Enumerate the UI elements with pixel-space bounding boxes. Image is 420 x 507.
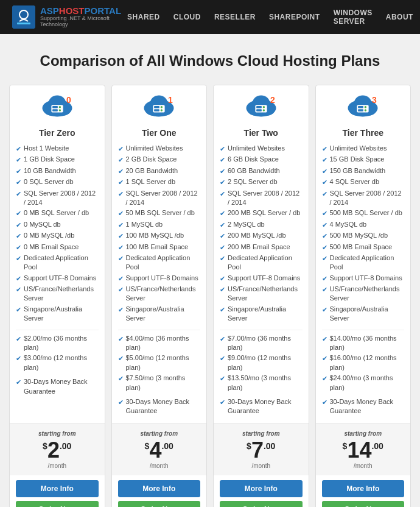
feature-item: ✔ 500 MB SQL Server / db	[322, 208, 405, 218]
feature-item: ✔ 1 GB Disk Space	[16, 155, 99, 165]
plan-icon-area: 2	[220, 93, 303, 123]
plan-name: Tier Zero	[16, 128, 99, 138]
feature-text: US/France/Netherlands Server	[330, 285, 405, 303]
feature-text: 500 MB MySQL /db	[330, 231, 388, 240]
feature-text: 200 MB Email Space	[228, 243, 290, 252]
pricing-item: ✔ $7.00/mo (36 months plan)	[220, 334, 303, 353]
feature-text: Support UTF-8 Domains	[330, 274, 402, 283]
check-icon: ✔	[220, 232, 225, 241]
check-icon: ✔	[220, 374, 225, 383]
pricing-item: ✔ $14.00/mo (36 months plan)	[322, 334, 405, 353]
plan-buttons: More Info Order Now	[112, 475, 207, 507]
check-icon: ✔	[118, 178, 124, 187]
feature-text: US/France/Netherlands Server	[24, 285, 99, 303]
more-info-button[interactable]: More Info	[220, 480, 303, 497]
feature-item: ✔ 0 MySQL db	[16, 220, 99, 230]
price-display: $ 7 .00	[220, 439, 303, 461]
feature-text: 4 SQL Server db	[330, 177, 380, 186]
feature-item: ✔ Host 1 Website	[16, 144, 99, 154]
more-info-button[interactable]: More Info	[118, 480, 201, 497]
price-dollar: $	[343, 442, 348, 450]
feature-text: Singapore/Australia Server	[126, 305, 201, 324]
pricing-text: $13.50/mo (3 months plan)	[228, 374, 303, 392]
order-now-button[interactable]: Order Now	[322, 501, 405, 507]
feature-item: ✔ 200 MB SQL Server / db	[220, 208, 303, 218]
nav-reseller[interactable]: RESELLER	[208, 9, 262, 25]
feature-item: ✔ Support UTF-8 Domains	[220, 274, 303, 283]
more-info-button[interactable]: More Info	[16, 480, 99, 497]
starting-from-label: starting from	[118, 430, 201, 437]
check-icon: ✔	[322, 305, 327, 314]
nav-windows-server[interactable]: WINDOWS SERVER	[327, 5, 379, 29]
divider	[16, 330, 99, 330]
check-icon: ✔	[118, 221, 124, 230]
more-info-button[interactable]: More Info	[322, 480, 405, 497]
check-icon: ✔	[220, 305, 225, 314]
check-icon: ✔	[322, 209, 327, 218]
pricing-item: ✔ $24.00/mo (3 months plan)	[322, 374, 405, 392]
page-title: Comparison of All Windows Cloud Hosting …	[9, 52, 411, 69]
feature-item: ✔ Dedicated Application Pool	[220, 254, 303, 272]
features-list: ✔ Unlimited Websites ✔ 6 GB Disk Space ✔…	[220, 144, 303, 324]
feature-item: ✔ Unlimited Websites	[220, 144, 303, 154]
feature-item: ✔ Dedicated Application Pool	[322, 254, 405, 272]
order-now-button[interactable]: Order Now	[16, 501, 99, 507]
check-icon: ✔	[322, 221, 327, 230]
features-list: ✔ Unlimited Websites ✔ 15 GB Disk Space …	[322, 144, 405, 324]
site-header: ASPHOSTPORTAL Supporting .NET & Microsof…	[0, 0, 420, 34]
feature-item: ✔ 6 GB Disk Space	[220, 155, 303, 165]
feature-text: Support UTF-8 Domains	[24, 274, 96, 283]
feature-text: 50 MB SQL Server / db	[126, 208, 195, 218]
nav-about[interactable]: ABOUT	[380, 9, 419, 25]
svg-text:3: 3	[372, 95, 377, 105]
brand-name: ASPHOSTPORTAL	[40, 6, 121, 16]
feature-item: ✔ 200 MB Email Space	[220, 243, 303, 252]
money-back: ✔ 30-Days Money Back Guarantee	[220, 397, 303, 416]
nav-shared[interactable]: SHARED	[121, 9, 166, 25]
check-icon: ✔	[118, 354, 124, 363]
order-now-button[interactable]: Order Now	[118, 501, 201, 507]
divider	[220, 330, 303, 330]
nav-cloud[interactable]: CLOUD	[167, 9, 207, 25]
price-main: 4	[149, 439, 161, 461]
feature-item: ✔ Singapore/Australia Server	[220, 305, 303, 324]
feature-item: ✔ US/France/Netherlands Server	[118, 285, 201, 303]
feature-text: SQL Server 2008 / 2012 / 2014	[330, 189, 405, 208]
check-icon: ✔	[118, 155, 124, 165]
starting-from-label: starting from	[322, 430, 405, 437]
price-main: 7	[251, 439, 264, 461]
feature-text: Dedicated Application Pool	[228, 254, 303, 272]
price-main: 2	[47, 439, 60, 461]
order-now-button[interactable]: Order Now	[220, 501, 303, 507]
price-dollar: $	[43, 442, 47, 450]
check-icon: ✔	[322, 167, 327, 176]
feature-text: Unlimited Websites	[228, 144, 285, 153]
nav-sharepoint[interactable]: SHAREPOINT	[263, 9, 326, 25]
feature-item: ✔ 2 SQL Server db	[220, 177, 303, 187]
plan-card-tier-one: 1 Tier One ✔ Unlimited Websites ✔ 2 GB D…	[111, 85, 208, 507]
check-icon: ✔	[220, 254, 225, 263]
feature-text: 0 MB Email Space	[24, 243, 79, 252]
feature-text: SQL Server 2008 / 2012 / 2014	[228, 189, 303, 208]
feature-text: 2 MySQL db	[228, 220, 265, 229]
pricing-item: ✔ $13.50/mo (3 months plan)	[220, 374, 303, 392]
feature-text: US/France/Netherlands Server	[126, 285, 201, 303]
feature-item: ✔ 0 MB SQL Server / db	[16, 208, 99, 218]
feature-text: 2 SQL Server db	[228, 177, 278, 186]
plan-card-tier-three: 3 Tier Three ✔ Unlimited Websites ✔ 15 G…	[315, 85, 411, 507]
feature-text: 1 MySQL db	[126, 220, 163, 229]
pricing-list: ✔ $2.00/mo (36 months plan) ✔ $3.00/mo (…	[16, 334, 99, 373]
feature-text: 60 GB Bandwidth	[228, 166, 280, 176]
money-back-text: 30-Days Money Back Guarantee	[126, 397, 201, 416]
feature-item: ✔ US/France/Netherlands Server	[322, 285, 405, 303]
check-icon: ✔	[220, 274, 225, 283]
check-icon: ✔	[118, 398, 124, 407]
check-icon: ✔	[322, 285, 327, 294]
divider	[322, 330, 405, 330]
check-icon: ✔	[16, 254, 21, 263]
feature-text: 1 GB Disk Space	[24, 155, 75, 164]
check-icon: ✔	[220, 243, 225, 252]
pricing-text: $24.00/mo (3 months plan)	[330, 374, 405, 392]
feature-item: ✔ Support UTF-8 Domains	[16, 274, 99, 283]
check-icon: ✔	[322, 243, 327, 252]
